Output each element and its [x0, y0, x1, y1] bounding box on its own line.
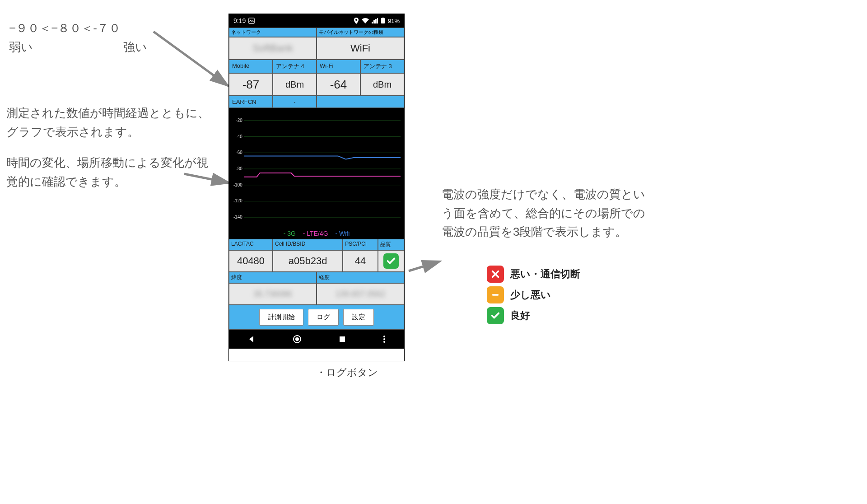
svg-text:-40: -40	[236, 134, 242, 139]
svg-line-0	[154, 32, 228, 86]
svg-text:-80: -80	[236, 166, 242, 171]
svg-point-23	[383, 338, 385, 340]
val-quality	[378, 250, 404, 272]
hdr-lac: LAC/TAC	[229, 239, 273, 250]
legend-lte: - LTE/4G	[303, 230, 328, 237]
val-cell: a05b23d	[273, 250, 343, 272]
header-network: ネットワーク	[229, 28, 317, 37]
arrow-to-quality	[406, 260, 443, 278]
signal-chart: -20-40-60-80-100-120-140 - 3G - LTE/4G -…	[229, 108, 404, 239]
value-network-type: WiFi	[317, 37, 404, 60]
graph-desc-1: 測定された数値が時間経過とともに、グラフで表示されます。	[6, 104, 219, 141]
legend-soso: 少し悪い	[510, 288, 551, 302]
screenshot-icon	[248, 18, 255, 24]
earfcn-value: -	[273, 96, 317, 108]
mobile-unit: dBm	[273, 73, 317, 96]
quality-good-icon	[383, 253, 399, 269]
svg-point-20	[295, 337, 299, 341]
val-lon: 139.657.0562	[317, 283, 404, 305]
hdr-psc: PSC/PCI	[343, 239, 378, 250]
nav-home-icon[interactable]	[293, 335, 302, 344]
svg-point-22	[383, 336, 385, 337]
svg-text:-60: -60	[236, 150, 242, 155]
svg-rect-26	[492, 294, 499, 296]
legend-bad: 悪い・通信切断	[510, 267, 580, 281]
hdr-lon: 経度	[317, 272, 404, 283]
badge-soso-icon	[487, 286, 504, 303]
phone-frame: 9:19 91% ネットワーク モバイルネットワークの種類 SoftBank W…	[228, 14, 405, 361]
arrow-to-chart	[184, 172, 234, 190]
svg-text:-120: -120	[233, 198, 242, 203]
location-icon	[354, 18, 359, 24]
sub-wifi: Wi-Fi	[317, 60, 360, 73]
log-button-caption: ・ログボタン	[316, 366, 378, 379]
start-button[interactable]: 計測開始	[259, 309, 303, 326]
sub-mobile: Mobile	[229, 60, 273, 73]
nav-back-icon[interactable]	[247, 335, 256, 343]
wifi-unit: dBm	[360, 73, 404, 96]
val-lat: 35.736086	[229, 283, 317, 305]
svg-line-1	[184, 174, 229, 183]
earfcn-label: EARFCN	[229, 96, 273, 108]
android-navbar	[229, 330, 404, 349]
svg-rect-3	[381, 18, 385, 23]
val-lac: 40480	[229, 250, 273, 272]
header-network-type: モバイルネットワークの種類	[317, 28, 404, 37]
svg-text:-20: -20	[236, 118, 242, 123]
val-psc: 44	[343, 250, 378, 272]
scale-text: −９０＜−８０＜-７０ 弱い 強い	[9, 19, 147, 56]
svg-text:-100: -100	[233, 182, 242, 187]
battery-icon	[381, 18, 385, 24]
weak-label: 弱い	[9, 38, 33, 57]
chart-legend: - 3G - LTE/4G - Wifi	[229, 230, 404, 237]
svg-rect-21	[340, 336, 345, 342]
log-button[interactable]: ログ	[308, 309, 339, 326]
legend-3g: - 3G	[284, 230, 296, 237]
hdr-lat: 緯度	[229, 272, 317, 283]
legend-good: 良好	[510, 309, 530, 322]
svg-text:-140: -140	[233, 215, 242, 219]
svg-rect-4	[382, 18, 384, 19]
status-time: 9:19	[233, 17, 246, 24]
status-battery: 91%	[388, 18, 400, 24]
nav-recent-icon[interactable]	[339, 336, 346, 343]
sub-antenna3: アンテナ 3	[360, 60, 404, 73]
hdr-quality: 品質	[378, 239, 404, 250]
svg-point-24	[383, 341, 385, 343]
arrow-to-signal	[154, 32, 235, 95]
status-bar: 9:19 91%	[229, 14, 404, 28]
quality-legend: 悪い・通信切断 少し悪い 良好	[487, 262, 580, 328]
signal-icon	[372, 18, 378, 23]
badge-bad-icon	[487, 266, 504, 283]
legend-wifi: - Wifi	[335, 230, 350, 237]
strong-label: 強い	[123, 38, 147, 57]
settings-button[interactable]: 設定	[343, 309, 374, 326]
wifi-icon	[362, 18, 369, 23]
mobile-dbm: -87	[229, 73, 273, 96]
badge-good-icon	[487, 307, 504, 324]
quality-desc: 電波の強度だけでなく、電波の質という面を含めて、総合的にその場所での電波の品質を…	[442, 185, 654, 242]
nav-more-icon[interactable]	[383, 335, 386, 343]
value-carrier: SoftBank	[229, 37, 317, 60]
sub-antenna4: アンテナ 4	[273, 60, 317, 73]
wifi-dbm: -64	[317, 73, 360, 96]
hdr-cell: Cell ID/BSID	[273, 239, 343, 250]
button-bar: 計測開始 ログ 設定	[229, 305, 404, 330]
svg-line-25	[409, 262, 438, 271]
